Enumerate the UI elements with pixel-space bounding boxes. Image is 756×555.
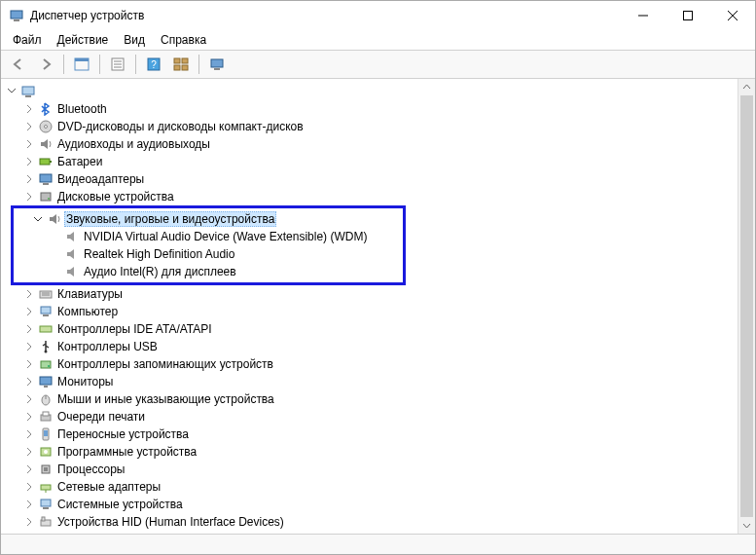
- app-icon: [9, 8, 24, 23]
- tree-category[interactable]: Bluetooth: [22, 100, 738, 118]
- tree-category[interactable]: Мыши и иные указывающие устройства: [22, 390, 738, 408]
- device-tree[interactable]: BluetoothDVD-дисководы и дисководы компа…: [1, 79, 738, 534]
- menu-action[interactable]: Действие: [50, 31, 117, 49]
- tree-device-label: Realtek High Definition Audio: [84, 247, 234, 261]
- expand-icon[interactable]: [22, 357, 36, 371]
- expand-icon[interactable]: [22, 462, 36, 476]
- tree-category[interactable]: Клавиатуры: [22, 285, 738, 303]
- tree-device[interactable]: Аудио Intel(R) для дисплеев: [62, 263, 403, 280]
- menu-view[interactable]: Вид: [116, 31, 153, 49]
- toolbar-show-hidden-button[interactable]: [69, 53, 94, 76]
- svg-point-38: [48, 365, 50, 367]
- tree-category[interactable]: Программные устройства: [22, 443, 738, 461]
- tree-category[interactable]: Батареи: [22, 153, 738, 170]
- expand-icon[interactable]: [22, 322, 36, 336]
- menu-help[interactable]: Справка: [153, 31, 214, 49]
- tree-device-label: NVIDIA Virtual Audio Device (Wave Extens…: [84, 230, 367, 243]
- scroll-thumb[interactable]: [740, 95, 753, 517]
- tree-category[interactable]: Дисковые устройства: [22, 188, 738, 205]
- toolbar-back-button[interactable]: [6, 53, 31, 76]
- tree-root[interactable]: [5, 83, 738, 100]
- tree-category[interactable]: Сетевые адаптеры: [22, 478, 738, 496]
- tree-category[interactable]: Переносные устройства: [22, 426, 738, 443]
- tree-category[interactable]: Очереди печати: [22, 408, 738, 426]
- titlebar: Диспетчер устройств: [1, 1, 755, 30]
- tree-category[interactable]: Процессоры: [22, 461, 738, 478]
- expand-icon[interactable]: [22, 392, 36, 406]
- expand-icon[interactable]: [22, 375, 36, 388]
- expand-icon[interactable]: [22, 480, 36, 494]
- toolbar: ?: [1, 50, 755, 79]
- scroll-up-button[interactable]: [738, 79, 755, 95]
- toolbar-separator: [198, 55, 199, 74]
- tree-category-label: Дисковые устройства: [57, 190, 174, 204]
- menu-file[interactable]: Файл: [5, 31, 50, 49]
- svg-rect-7: [75, 58, 89, 61]
- svg-rect-1: [14, 19, 19, 21]
- keyboard-icon: [38, 286, 54, 302]
- toolbar-icons-button[interactable]: [168, 53, 194, 76]
- maximize-button[interactable]: [666, 1, 710, 30]
- toolbar-scan-button[interactable]: [204, 53, 230, 76]
- tree-device[interactable]: NVIDIA Virtual Audio Device (Wave Extens…: [62, 228, 403, 245]
- svg-rect-54: [43, 507, 49, 509]
- highlight-box: Звуковые, игровые и видеоустройстваNVIDI…: [11, 205, 406, 285]
- tree-category[interactable]: Компьютер: [22, 303, 738, 320]
- expand-icon[interactable]: [22, 190, 36, 204]
- collapse-icon[interactable]: [31, 212, 45, 226]
- svg-rect-19: [214, 68, 220, 70]
- toolbar-separator: [63, 55, 64, 74]
- expand-icon[interactable]: [22, 305, 36, 318]
- tree-category[interactable]: Звуковые, игровые и видеоустройства: [31, 210, 403, 228]
- close-button[interactable]: [710, 1, 755, 30]
- tree-category-label: Системные устройства: [57, 498, 183, 511]
- printqueue-icon: [38, 409, 54, 425]
- audio-icon: [38, 136, 54, 152]
- vertical-scrollbar[interactable]: [738, 79, 755, 534]
- expand-icon[interactable]: [22, 137, 36, 151]
- expand-icon[interactable]: [22, 287, 36, 301]
- bluetooth-icon: [38, 101, 54, 117]
- tree-category-label: Клавиатуры: [57, 287, 123, 301]
- tree-category-label: Сетевые адаптеры: [57, 480, 161, 494]
- expand-icon[interactable]: [22, 102, 36, 116]
- expand-icon[interactable]: [22, 515, 36, 529]
- expand-icon[interactable]: [22, 410, 36, 424]
- system-icon: [38, 497, 54, 512]
- expand-icon[interactable]: [22, 155, 36, 168]
- toolbar-forward-button[interactable]: [33, 53, 58, 76]
- tree-category[interactable]: Мониторы: [22, 373, 738, 390]
- tree-category[interactable]: Контроллеры IDE ATA/ATAPI: [22, 320, 738, 338]
- expand-icon[interactable]: [22, 498, 36, 511]
- tree-category-label: Переносные устройства: [57, 427, 189, 441]
- display-icon: [38, 171, 54, 187]
- portable-icon: [38, 426, 54, 442]
- expand-icon[interactable]: [22, 340, 36, 353]
- expand-icon[interactable]: [22, 172, 36, 186]
- tree-category[interactable]: DVD-дисководы и дисководы компакт-дисков: [22, 118, 738, 135]
- toolbar-separator: [135, 55, 136, 74]
- expand-icon[interactable]: [22, 120, 36, 133]
- speaker-icon: [64, 229, 80, 244]
- tree-category[interactable]: Системные устройства: [22, 496, 738, 513]
- tree-category[interactable]: Контроллеры USB: [22, 338, 738, 355]
- expand-icon[interactable]: [22, 533, 36, 534]
- svg-rect-14: [174, 58, 180, 63]
- scroll-down-button[interactable]: [738, 517, 755, 534]
- expand-icon[interactable]: [22, 445, 36, 459]
- tree-category[interactable]: Устройства HID (Human Interface Devices): [22, 513, 738, 531]
- svg-rect-16: [174, 65, 180, 70]
- sound-icon: [47, 211, 62, 227]
- expand-icon[interactable]: [5, 85, 18, 98]
- tree-category[interactable]: Устройства обработки изображений: [22, 531, 738, 534]
- tree-category[interactable]: Контроллеры запоминающих устройств: [22, 355, 738, 373]
- tree-category[interactable]: Видеоадаптеры: [22, 170, 738, 188]
- tree-category[interactable]: Аудиовходы и аудиовыходы: [22, 135, 738, 153]
- battery-icon: [38, 154, 54, 169]
- minimize-button[interactable]: [621, 1, 666, 30]
- expand-icon[interactable]: [22, 427, 36, 441]
- toolbar-help-button[interactable]: ?: [141, 53, 166, 76]
- toolbar-properties-button[interactable]: [105, 53, 130, 76]
- tree-device[interactable]: Realtek High Definition Audio: [62, 245, 403, 263]
- svg-rect-33: [41, 307, 51, 314]
